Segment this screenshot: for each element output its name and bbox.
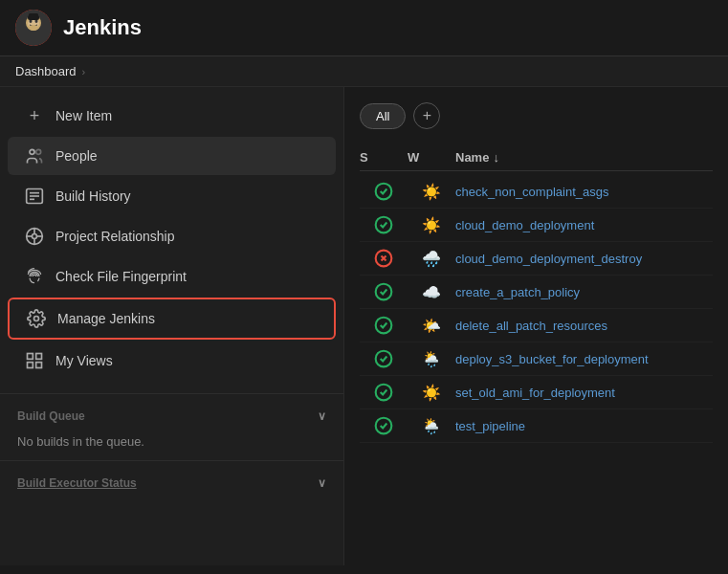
breadcrumb-home[interactable]: Dashboard	[15, 64, 77, 78]
job-link[interactable]: create_a_patch_policy	[455, 285, 713, 299]
sidebar-item-build-history[interactable]: Build History	[8, 177, 336, 215]
job-link[interactable]: check_non_complaint_asgs	[455, 185, 713, 199]
fingerprint-icon	[25, 267, 44, 286]
status-icon-success	[360, 182, 408, 201]
build-queue-chevron: ∨	[318, 409, 326, 423]
status-icon-success	[360, 383, 408, 402]
jenkins-logo	[15, 10, 52, 46]
table-header: S W Name ↓	[360, 144, 713, 171]
sidebar-item-my-views[interactable]: My Views	[8, 342, 336, 380]
svg-rect-24	[36, 363, 42, 368]
col-header-w: W	[408, 150, 455, 165]
sidebar-item-check-file-fingerprint[interactable]: Check File Fingerprint	[8, 257, 336, 296]
job-link[interactable]: set_old_ami_for_deployment	[455, 386, 713, 400]
table-row: 🌦️ test_pipeline	[360, 409, 713, 443]
build-queue-content: No builds in the queue.	[0, 427, 343, 456]
svg-rect-6	[29, 13, 38, 16]
weather-icon-sunny2: ☀️	[408, 384, 455, 402]
build-queue-section[interactable]: Build Queue ∨	[0, 398, 343, 427]
svg-point-8	[30, 149, 34, 154]
col-header-s: S	[360, 150, 408, 165]
job-link[interactable]: test_pipeline	[455, 419, 713, 433]
table-row: ☁️ create_a_patch_policy	[360, 276, 713, 309]
svg-point-20	[34, 317, 39, 321]
svg-rect-21	[28, 354, 33, 360]
status-icon-success	[360, 416, 408, 435]
people-icon	[25, 146, 44, 166]
col-header-name[interactable]: Name ↓	[455, 150, 713, 165]
sidebar-item-project-relationship[interactable]: Project Relationship	[8, 217, 336, 255]
sidebar-build-history-label: Build History	[55, 188, 131, 204]
status-icon-success	[360, 215, 408, 234]
sidebar-new-item-label: New Item	[55, 108, 112, 123]
sidebar-item-manage-jenkins[interactable]: Manage Jenkins	[8, 298, 336, 340]
weather-icon-rain3: 🌦️	[408, 417, 455, 435]
divider-2	[0, 460, 343, 461]
plus-icon: +	[25, 106, 44, 125]
job-link[interactable]: deploy_s3_bucket_for_deployment	[455, 352, 713, 366]
tabs-row: All +	[360, 102, 713, 129]
weather-icon-rain2: 🌦️	[408, 350, 455, 368]
divider-1	[0, 393, 343, 394]
breadcrumb: Dashboard ›	[0, 56, 728, 87]
sidebar-project-relationship-label: Project Relationship	[55, 229, 175, 244]
build-executor-chevron: ∨	[318, 476, 326, 490]
build-executor-label: Build Executor Status	[17, 476, 137, 490]
job-link[interactable]: cloud_demo_deployment	[455, 218, 713, 232]
tab-all-label: All	[376, 109, 389, 123]
sidebar-people-label: People	[55, 148, 98, 164]
main-layout: + New Item People	[0, 87, 728, 565]
table-row: 🌦️ deploy_s3_bucket_for_deployment	[360, 342, 713, 376]
build-queue-label: Build Queue	[17, 409, 85, 423]
build-queue-empty: No builds in the queue.	[17, 434, 144, 449]
weather-icon-sunny: ☀️	[408, 216, 455, 234]
gear-icon	[27, 309, 46, 328]
weather-icon-cloud: ☁️	[408, 283, 455, 301]
status-icon-success	[360, 316, 408, 335]
weather-icon-partly: 🌤️	[408, 317, 455, 335]
status-icon-success	[360, 282, 408, 301]
table-row: 🌧️ cloud_demo_deployment_destroy	[360, 242, 713, 276]
weather-icon-rain: 🌧️	[408, 250, 455, 268]
sort-indicator: ↓	[493, 150, 499, 165]
build-history-icon	[25, 187, 44, 206]
table-row: ☀️ set_old_ami_for_deployment	[360, 376, 713, 409]
sidebar-fingerprint-label: Check File Fingerprint	[55, 269, 187, 284]
app-title: Jenkins	[63, 15, 142, 40]
add-tab-icon: +	[423, 107, 431, 124]
job-link[interactable]: cloud_demo_deployment_destroy	[455, 252, 713, 266]
table-row: ☀️ cloud_demo_deployment	[360, 209, 713, 242]
table-body: ☀️ check_non_complaint_asgs ☀️ cloud_dem…	[360, 175, 713, 443]
add-tab-button[interactable]: +	[413, 102, 440, 129]
content-area: All + S W Name ↓	[344, 87, 728, 565]
table-row: 🌤️ delete_all_patch_resources	[360, 309, 713, 342]
tab-all[interactable]: All	[360, 103, 406, 129]
views-icon	[25, 351, 44, 370]
build-executor-section[interactable]: Build Executor Status ∨	[0, 465, 343, 494]
status-icon-success	[360, 349, 408, 368]
sidebar-my-views-label: My Views	[55, 353, 113, 368]
table-row: ☀️ check_non_complaint_asgs	[360, 175, 713, 209]
sidebar-item-new-item[interactable]: + New Item	[8, 97, 336, 135]
svg-point-7	[29, 25, 38, 31]
sidebar-item-people[interactable]: People	[8, 137, 336, 175]
svg-point-9	[36, 149, 41, 154]
sidebar: + New Item People	[0, 87, 344, 565]
job-link[interactable]: delete_all_patch_resources	[455, 319, 713, 333]
app-header: Jenkins	[0, 0, 728, 56]
status-icon-failure	[360, 249, 408, 268]
svg-rect-23	[28, 363, 33, 368]
svg-point-15	[33, 234, 37, 239]
project-relationship-icon	[25, 227, 44, 246]
breadcrumb-separator: ›	[82, 66, 86, 77]
svg-rect-22	[36, 354, 42, 360]
weather-icon-sunny: ☀️	[408, 183, 455, 201]
sidebar-manage-jenkins-label: Manage Jenkins	[57, 311, 155, 326]
sidebar-nav: + New Item People	[0, 87, 343, 389]
